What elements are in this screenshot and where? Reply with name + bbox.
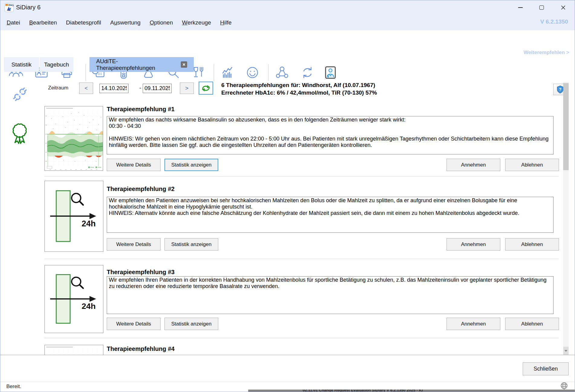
menu-bearbeiten[interactable]: Bearbeiten (24, 15, 61, 30)
24h-zoom-diagram: 24h (45, 265, 103, 333)
minimize-button[interactable] (511, 0, 530, 15)
wellbeing-icon[interactable] (245, 65, 260, 80)
content-bottom-border (0, 355, 575, 355)
tab-close-button[interactable] (181, 61, 187, 68)
card1-decline-button[interactable]: Ablehnen (505, 159, 559, 171)
card3-accept-button[interactable]: Annehmen (447, 318, 500, 330)
maximize-button[interactable] (532, 0, 551, 15)
card4-thumbnail[interactable] (44, 345, 103, 355)
prev-period-button[interactable]: < (79, 83, 93, 94)
card3-details-button[interactable]: Weitere Details (107, 318, 161, 330)
app-logo-icon: Diary (5, 3, 14, 12)
background-window-text: 02.11.01 Change Request Evaluation SiDia… (303, 390, 423, 392)
award-rosette-icon[interactable] (9, 121, 30, 147)
scrollbar-down-button[interactable] (563, 347, 569, 355)
tab-label: Tagebuch (44, 61, 69, 68)
sidiary-window: Diary SiDiary 6 Datei Bearbeiten Diabete… (0, 0, 575, 392)
background-window-strip: 02.11.01 Change Request Evaluation SiDia… (248, 390, 575, 392)
thumb-24h-label: 24h (82, 302, 96, 310)
menu-werkzeuge[interactable]: Werkzeuge (177, 15, 216, 30)
card-separator (44, 338, 559, 338)
glucose-profile-chart (45, 106, 103, 170)
menu-datei[interactable]: Datei (2, 15, 24, 30)
card3-body: Wir empfehlen Ihren Patienten in der kor… (107, 276, 554, 314)
card1-accept-button[interactable]: Annehmen (447, 159, 500, 171)
hba1c-header: Errechneter HbA1c: 6% / 42,4mmol/mol, Ti… (221, 89, 377, 96)
card3-title: Therapieempfehlung #3 (107, 269, 175, 276)
card-separator (44, 176, 559, 177)
maximize-icon (539, 5, 544, 10)
connection-plug-icon[interactable] (11, 81, 29, 107)
date-to-input[interactable] (143, 84, 172, 93)
date-range-separator: - (138, 85, 143, 91)
refresh-button[interactable] (199, 82, 213, 95)
card2-statistics-button[interactable]: Statistik anzeigen (164, 238, 218, 251)
toolbar-separator (214, 64, 214, 81)
24h-zoom-diagram: 24h (45, 181, 103, 251)
menu-optionen[interactable]: Optionen (145, 15, 177, 30)
svg-text:?: ? (559, 87, 561, 92)
refresh-icon (200, 83, 211, 93)
chevron-down-icon (564, 350, 567, 352)
card4-title: Therapieempfehlung #4 (107, 345, 175, 352)
telemedicine-icon[interactable] (323, 65, 338, 80)
card3-thumbnail-24h-diagram[interactable]: 24h (44, 265, 103, 333)
statusbar-border (0, 382, 575, 382)
card1-body: Wir empfehlen das nachts wirksame Basali… (107, 116, 554, 154)
card2-body: Wir empfehlen den Patienten anzuweisen b… (107, 197, 554, 233)
card2-accept-button[interactable]: Annehmen (447, 238, 500, 251)
card1-details-button[interactable]: Weitere Details (107, 159, 161, 171)
menu-auswertung[interactable]: Auswertung (106, 15, 145, 30)
status-text: Bereit. (6, 384, 21, 390)
menu-hilfe[interactable]: Hilfe (216, 15, 236, 30)
date-from-input[interactable] (99, 84, 128, 93)
card1-thumbnail-glucose-chart[interactable] (44, 106, 103, 171)
menu-diabetesprofil[interactable]: Diabetesprofil (61, 15, 106, 30)
toolbar-separator (268, 64, 268, 81)
card1-statistics-button[interactable]: Statistik anzeigen (164, 159, 218, 171)
toolbar (0, 30, 575, 57)
card3-statistics-button[interactable]: Statistik anzeigen (164, 318, 218, 330)
card2-decline-button[interactable]: Ablehnen (505, 238, 559, 251)
toolbar-separator (86, 64, 86, 81)
recommendations-header: 6 Therapieempfehlungen für: Windhorst, A… (221, 82, 375, 89)
menubar: Datei Bearbeiten Diabetesprofil Auswertu… (0, 15, 575, 30)
glucose-profile-chart-partial (45, 345, 103, 355)
tab-label: AUdiTE-Therapieempfehlungen (96, 58, 175, 71)
close-icon (561, 5, 566, 10)
zeitraum-label: Zeitraum (48, 85, 68, 91)
tab-statistik[interactable]: Statistik (4, 57, 39, 72)
minimize-icon (518, 7, 523, 8)
card2-details-button[interactable]: Weitere Details (107, 238, 161, 251)
sync-icon[interactable] (300, 65, 315, 80)
next-period-button[interactable]: > (180, 83, 194, 94)
card2-title: Therapieempfehlung #2 (107, 186, 175, 193)
tab-label: Statistik (11, 61, 32, 68)
svg-text:Diary: Diary (8, 4, 14, 6)
card3-decline-button[interactable]: Ablehnen (505, 318, 559, 330)
window-title: SiDiary 6 (16, 4, 41, 11)
close-button[interactable] (554, 0, 573, 15)
close-icon (182, 63, 186, 66)
card1-title: Therapieempfehlung #1 (107, 106, 175, 113)
recommend-link[interactable]: Weiterempfehlen > (524, 50, 569, 56)
tab-tagebuch[interactable]: Tagebuch (40, 57, 73, 72)
card-separator (44, 259, 559, 259)
version-label: V 6.2.1350 (540, 18, 568, 25)
card2-thumbnail-24h-diagram[interactable]: 24h (44, 181, 103, 252)
share-icon[interactable] (275, 65, 289, 80)
titlebar: Diary SiDiary 6 (0, 0, 575, 15)
close-dialog-button[interactable]: Schließen (523, 362, 569, 375)
statistics-icon[interactable] (220, 65, 234, 80)
thumb-24h-label: 24h (82, 219, 96, 228)
tab-audite-therapieempfehlungen[interactable]: AUdiTE-Therapieempfehlungen (89, 57, 194, 72)
scrollbar-thumb[interactable] (563, 83, 569, 170)
